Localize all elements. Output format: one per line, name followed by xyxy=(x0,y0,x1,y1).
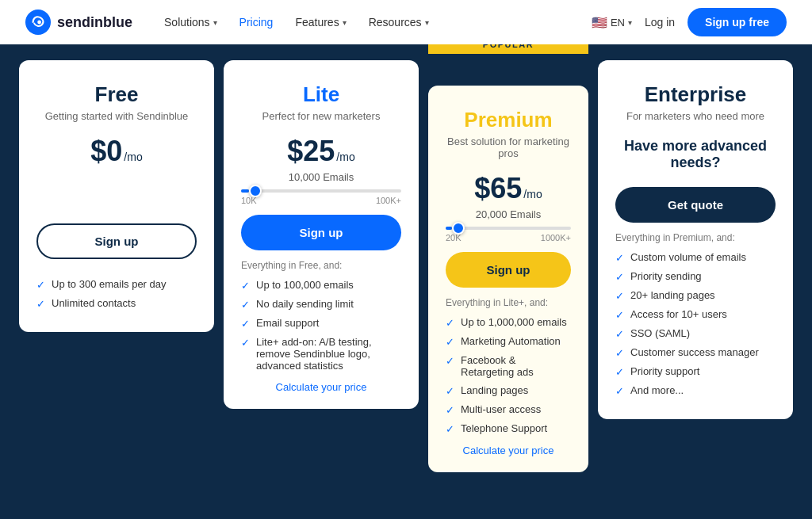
premium-emails: 20,000 Emails xyxy=(446,208,571,220)
premium-feature-1: ✓ Up to 1,000,000 emails xyxy=(446,316,571,329)
premium-slider[interactable]: 20K 1000K+ xyxy=(446,227,571,242)
lite-plan-title: Lite xyxy=(241,82,401,107)
lite-plan-subtitle: Perfect for new marketers xyxy=(241,110,401,122)
check-icon: ✓ xyxy=(615,328,624,340)
premium-feature-5: ✓ Multi-user access xyxy=(446,403,571,416)
lite-feature-2: ✓ No daily sending limit xyxy=(241,298,401,311)
premium-feature-2: ✓ Marketing Automation xyxy=(446,335,571,348)
premium-slider-max: 1000K+ xyxy=(541,233,571,242)
logo-text: sendinblue xyxy=(57,14,132,31)
enterprise-feature-4: ✓ Access for 10+ users xyxy=(615,308,776,321)
lite-calculate-link[interactable]: Calculate your price xyxy=(241,381,401,393)
free-per-mo: /mo xyxy=(124,151,142,163)
premium-slider-fill xyxy=(446,227,452,230)
premium-slider-labels: 20K 1000K+ xyxy=(446,233,571,242)
check-icon: ✓ xyxy=(615,252,624,264)
nav-solutions[interactable]: Solutions ▾ xyxy=(164,16,217,29)
lite-slider[interactable]: 10K 100K+ xyxy=(241,189,401,205)
check-icon: ✓ xyxy=(241,337,250,349)
check-icon: ✓ xyxy=(241,280,250,292)
logo[interactable]: sendinblue xyxy=(25,10,132,35)
nav-resources[interactable]: Resources ▾ xyxy=(369,16,429,29)
premium-plan-title: Premium xyxy=(446,108,571,132)
enterprise-quote-button[interactable]: Get quote xyxy=(615,187,776,223)
nav-pricing[interactable]: Pricing xyxy=(239,16,274,29)
header-right: 🇺🇸 EN ▾ Log in Sign up free xyxy=(592,8,787,36)
lite-price: $25 xyxy=(287,135,335,168)
premium-slider-track xyxy=(446,227,571,230)
lang-label: EN xyxy=(611,17,625,29)
premium-plan-wrapper: POPULAR Premium Best solution for market… xyxy=(428,60,588,472)
free-feature-1: ✓ Up to 300 emails per day xyxy=(36,278,197,291)
check-icon: ✓ xyxy=(615,271,624,283)
premium-slider-thumb[interactable] xyxy=(452,222,465,235)
lite-per-mo: /mo xyxy=(336,151,354,163)
check-icon: ✓ xyxy=(615,385,624,397)
check-icon: ✓ xyxy=(615,290,624,302)
lite-slider-labels: 10K 100K+ xyxy=(241,196,401,205)
check-icon: ✓ xyxy=(36,298,45,310)
enterprise-plan-card: Enterprise For marketers who need more H… xyxy=(598,60,793,419)
premium-plan-card: Premium Best solution for marketing pros… xyxy=(428,86,588,472)
premium-features-header: Everything in Lite+, and: xyxy=(446,297,571,308)
check-icon: ✓ xyxy=(446,317,454,329)
check-icon: ✓ xyxy=(446,423,454,435)
enterprise-plan-subtitle: For marketers who need more xyxy=(615,110,776,122)
premium-price: $65 xyxy=(474,172,522,205)
logo-icon xyxy=(25,10,51,35)
check-icon: ✓ xyxy=(446,385,454,397)
check-icon: ✓ xyxy=(615,309,624,321)
enterprise-needs-text: Have more advanced needs? xyxy=(615,138,776,171)
check-icon: ✓ xyxy=(615,347,624,359)
premium-price-row: $65 /mo xyxy=(446,172,571,205)
main-content: Free Getting started with Sendinblue $0 … xyxy=(0,44,812,519)
lite-features-header: Everything in Free, and: xyxy=(241,260,401,271)
login-button[interactable]: Log in xyxy=(645,16,675,29)
language-selector[interactable]: 🇺🇸 EN ▾ xyxy=(592,15,632,30)
free-signup-button[interactable]: Sign up xyxy=(36,223,197,259)
premium-per-mo: /mo xyxy=(523,188,542,200)
check-icon: ✓ xyxy=(446,355,454,367)
solutions-arrow: ▾ xyxy=(213,18,217,27)
check-icon: ✓ xyxy=(446,404,454,416)
enterprise-feature-7: ✓ Priority support xyxy=(615,365,776,378)
enterprise-feature-1: ✓ Custom volume of emails xyxy=(615,251,776,264)
premium-feature-6: ✓ Telephone Support xyxy=(446,422,571,435)
free-feature-2: ✓ Unlimited contacts xyxy=(36,297,197,310)
premium-plan-subtitle: Best solution for marketing pros xyxy=(446,135,571,159)
signup-button[interactable]: Sign up free xyxy=(688,8,787,36)
flag-icon: 🇺🇸 xyxy=(592,15,607,30)
free-plan-subtitle: Getting started with Sendinblue xyxy=(36,110,197,122)
check-icon: ✓ xyxy=(241,299,250,311)
lite-signup-button[interactable]: Sign up xyxy=(241,215,401,250)
nav-features[interactable]: Features ▾ xyxy=(295,16,346,29)
lite-slider-fill xyxy=(241,189,249,193)
premium-signup-button[interactable]: Sign up xyxy=(446,252,571,288)
enterprise-feature-8: ✓ And more... xyxy=(615,384,776,397)
svg-point-1 xyxy=(37,21,41,25)
check-icon: ✓ xyxy=(241,318,250,330)
free-price-row: $0 /mo xyxy=(36,135,197,168)
header: sendinblue Solutions ▾ Pricing Features … xyxy=(0,0,812,44)
lite-emails: 10,000 Emails xyxy=(241,171,401,183)
enterprise-feature-5: ✓ SSO (SAML) xyxy=(615,327,776,340)
free-price: $0 xyxy=(90,135,122,168)
premium-feature-3: ✓ Facebook & Retargeting ads xyxy=(446,354,571,378)
lite-feature-1: ✓ Up to 100,000 emails xyxy=(241,279,401,292)
enterprise-features-header: Everything in Premium, and: xyxy=(615,232,776,243)
lite-feature-3: ✓ Email support xyxy=(241,317,401,330)
lite-price-row: $25 /mo xyxy=(241,135,401,168)
lite-slider-thumb[interactable] xyxy=(249,185,262,197)
lite-slider-track xyxy=(241,189,401,193)
enterprise-feature-2: ✓ Priority sending xyxy=(615,270,776,283)
check-icon: ✓ xyxy=(36,279,45,291)
enterprise-plan-title: Enterprise xyxy=(615,82,776,107)
premium-calculate-link[interactable]: Calculate your price xyxy=(446,445,571,456)
resources-arrow: ▾ xyxy=(425,18,429,27)
free-plan-title: Free xyxy=(36,82,197,107)
pricing-cards: Free Getting started with Sendinblue $0 … xyxy=(19,60,793,472)
features-arrow: ▾ xyxy=(343,18,347,27)
lang-arrow: ▾ xyxy=(628,18,632,27)
enterprise-feature-3: ✓ 20+ landing pages xyxy=(615,289,776,302)
check-icon: ✓ xyxy=(446,336,454,348)
